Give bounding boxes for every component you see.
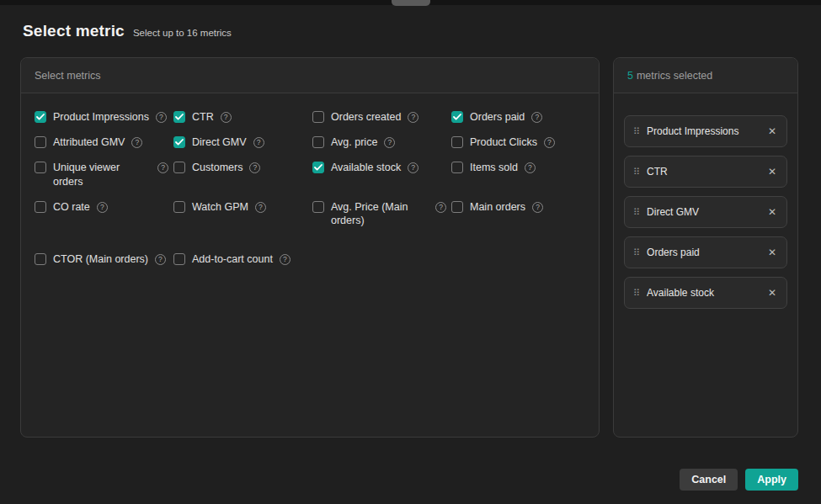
checkbox-unchecked[interactable]	[35, 201, 46, 213]
selected-count: 5	[627, 70, 633, 82]
page-subtitle: Select up to 16 metrics	[133, 28, 232, 38]
drag-handle-icon[interactable]: ⠿	[633, 247, 639, 258]
drag-handle-icon[interactable]: ⠿	[633, 126, 639, 137]
selected-metric-item[interactable]: ⠿Orders paid✕	[624, 236, 787, 268]
remove-metric-icon[interactable]: ✕	[766, 124, 778, 139]
metric-label: Avg. price	[331, 135, 377, 150]
metrics-grid: Product Impressions?CTR?Orders created?O…	[21, 93, 599, 284]
metric-label: CTOR (Main orders)	[53, 252, 148, 267]
help-icon[interactable]: ?	[544, 137, 555, 148]
metric-label: Orders created	[331, 110, 401, 125]
metric-label: Items sold	[470, 161, 518, 175]
checkbox-unchecked[interactable]	[312, 136, 324, 148]
checkbox-unchecked[interactable]	[173, 253, 185, 265]
remove-metric-icon[interactable]: ✕	[766, 204, 778, 220]
metric-checkbox-item[interactable]: Watch GPM?	[173, 200, 307, 215]
metric-checkbox-item[interactable]: Orders paid?	[451, 110, 585, 125]
checkbox-unchecked[interactable]	[35, 253, 46, 265]
metric-checkbox-item[interactable]: Main orders?	[451, 200, 585, 215]
metrics-panel-title: Select metrics	[35, 70, 101, 82]
selected-metric-item[interactable]: ⠿Available stock✕	[624, 277, 787, 309]
checkbox-unchecked[interactable]	[451, 201, 463, 213]
selected-metric-label: Product Impressions	[647, 125, 759, 137]
checkbox-unchecked[interactable]	[312, 111, 324, 123]
help-icon[interactable]: ?	[280, 254, 291, 265]
help-icon[interactable]: ?	[97, 202, 108, 213]
help-icon[interactable]: ?	[255, 202, 266, 213]
checkbox-unchecked[interactable]	[35, 136, 46, 148]
remove-metric-icon[interactable]: ✕	[766, 285, 778, 300]
metric-checkbox-item[interactable]: Customers?	[173, 161, 307, 175]
checkbox-checked[interactable]	[173, 111, 185, 123]
dialog-footer: Cancel Apply	[680, 469, 798, 491]
remove-metric-icon[interactable]: ✕	[766, 245, 778, 260]
page-title: Select metric	[23, 22, 125, 40]
checkbox-checked[interactable]	[173, 136, 185, 148]
metric-checkbox-item[interactable]: CTR?	[173, 110, 307, 125]
help-icon[interactable]: ?	[131, 137, 142, 148]
selected-metric-item[interactable]: ⠿Product Impressions✕	[624, 115, 787, 147]
checkbox-unchecked[interactable]	[451, 162, 463, 173]
selected-panel: 5 metrics selected ⠿Product Impressions✕…	[613, 57, 798, 438]
apply-button[interactable]: Apply	[745, 469, 798, 491]
help-icon[interactable]: ?	[384, 137, 395, 148]
checkbox-checked[interactable]	[35, 111, 46, 123]
checkbox-checked[interactable]	[312, 162, 324, 173]
metric-checkbox-item[interactable]: CTOR (Main orders)?	[35, 252, 168, 267]
selected-panel-header: 5 metrics selected	[614, 58, 797, 93]
checkbox-unchecked[interactable]	[173, 201, 185, 213]
metric-checkbox-item[interactable]: Items sold?	[451, 161, 585, 175]
drag-handle-icon[interactable]: ⠿	[633, 288, 639, 299]
selected-metric-label: Orders paid	[647, 247, 759, 258]
dialog-header: Select metric Select up to 16 metrics	[23, 22, 232, 40]
help-icon[interactable]: ?	[532, 202, 543, 213]
cancel-button[interactable]: Cancel	[680, 469, 738, 491]
metric-checkbox-item[interactable]: Orders created?	[312, 110, 446, 125]
metric-checkbox-item[interactable]: Available stock?	[312, 161, 446, 175]
top-notch	[392, 0, 430, 6]
help-icon[interactable]: ?	[525, 162, 536, 173]
selected-metric-label: Direct GMV	[647, 206, 759, 218]
checkbox-checked[interactable]	[451, 111, 463, 123]
metric-checkbox-item[interactable]: Avg. price?	[312, 135, 446, 150]
metric-checkbox-item[interactable]: Product Impressions?	[35, 110, 168, 125]
metric-checkbox-item[interactable]: CO rate?	[35, 200, 168, 215]
metric-checkbox-item[interactable]: Unique viewer orders?	[35, 161, 168, 189]
checkbox-unchecked[interactable]	[35, 162, 46, 173]
selected-metric-item[interactable]: ⠿Direct GMV✕	[624, 196, 787, 228]
selected-list: ⠿Product Impressions✕⠿CTR✕⠿Direct GMV✕⠿O…	[614, 93, 797, 331]
help-icon[interactable]: ?	[155, 254, 166, 265]
metric-label: CO rate	[53, 200, 90, 215]
metric-label: Add-to-cart count	[192, 252, 273, 267]
checkbox-unchecked[interactable]	[451, 136, 463, 148]
help-icon[interactable]: ?	[531, 112, 542, 123]
remove-metric-icon[interactable]: ✕	[766, 164, 778, 179]
metric-label: Watch GPM	[192, 200, 248, 215]
help-icon[interactable]: ?	[221, 112, 232, 123]
help-icon[interactable]: ?	[408, 162, 418, 173]
metric-checkbox-item[interactable]: Direct GMV?	[173, 135, 307, 150]
checkbox-unchecked[interactable]	[173, 162, 185, 173]
drag-handle-icon[interactable]: ⠿	[633, 167, 639, 178]
help-icon[interactable]: ?	[253, 137, 264, 148]
metric-label: Unique viewer orders	[53, 161, 151, 189]
drag-handle-icon[interactable]: ⠿	[633, 207, 639, 218]
metric-checkbox-item[interactable]: Avg. Price (Main orders)?	[312, 200, 446, 229]
help-icon[interactable]: ?	[408, 112, 418, 123]
metric-checkbox-item[interactable]: Attributed GMV?	[35, 135, 168, 150]
metric-label: Available stock	[331, 161, 401, 175]
metric-label: Orders paid	[470, 110, 525, 125]
metric-label: Product Clicks	[470, 135, 537, 150]
metric-checkbox-item[interactable]: Product Clicks?	[451, 135, 585, 150]
help-icon[interactable]: ?	[435, 202, 446, 213]
help-icon[interactable]: ?	[157, 162, 168, 173]
selected-metric-item[interactable]: ⠿CTR✕	[624, 156, 787, 188]
help-icon[interactable]: ?	[249, 162, 260, 173]
metric-checkbox-item[interactable]: Add-to-cart count?	[173, 252, 307, 267]
checkbox-unchecked[interactable]	[312, 201, 324, 213]
help-icon[interactable]: ?	[156, 112, 167, 123]
metric-label: Attributed GMV	[53, 135, 125, 150]
metric-label: Product Impressions	[53, 110, 149, 125]
metric-label: Customers	[192, 161, 243, 175]
metric-label: Direct GMV	[192, 135, 247, 150]
